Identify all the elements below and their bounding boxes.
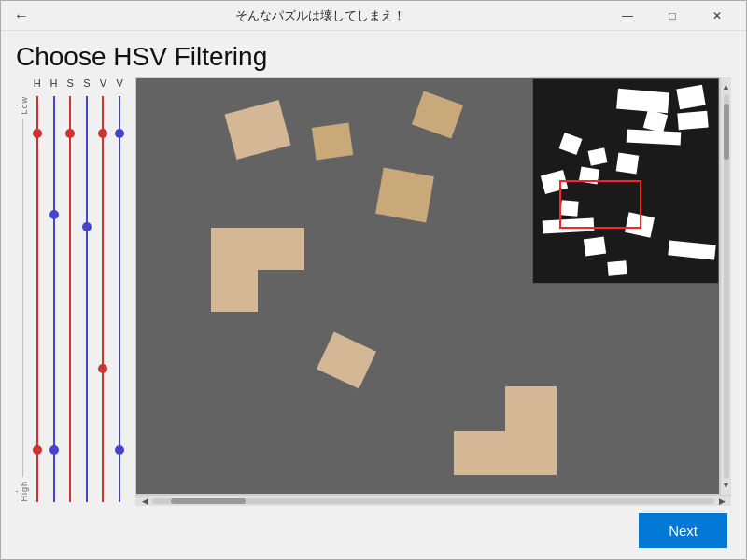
scroll-h-track[interactable] xyxy=(152,498,714,504)
titlebar: ← そんなパズルは壊してしまえ！ — □ ✕ xyxy=(1,1,746,31)
blob-2 xyxy=(676,85,705,110)
slider-v2[interactable] xyxy=(113,96,127,502)
window-title: そんなパズルは壊してしまえ！ xyxy=(35,7,606,24)
puzzle-piece-5 xyxy=(454,386,557,475)
puzzle-piece-6 xyxy=(312,122,353,160)
slider-v2-bottom-dot[interactable] xyxy=(115,445,124,455)
slider-h2[interactable] xyxy=(48,96,62,502)
slider-s2-dot[interactable] xyxy=(82,222,92,231)
high-line xyxy=(16,491,18,492)
col-label-v2: V xyxy=(111,77,128,89)
scroll-down-arrow[interactable]: ▼ xyxy=(721,478,732,493)
blob-5 xyxy=(559,133,583,155)
high-label: High xyxy=(20,481,29,502)
blob-7 xyxy=(588,147,608,165)
col-label-v1: V xyxy=(95,77,112,89)
preview-selection-rect xyxy=(559,180,641,229)
low-label: Low xyxy=(20,96,29,115)
slider-v2-top-dot[interactable] xyxy=(115,129,124,138)
col-label-h1: H xyxy=(29,77,46,89)
blob-4 xyxy=(677,111,708,131)
slider-s2[interactable] xyxy=(80,96,94,502)
sliders-container xyxy=(29,92,128,506)
slider-h1-bottom-dot[interactable] xyxy=(33,445,42,455)
slider-v1-bottom-dot[interactable] xyxy=(98,364,107,373)
puzzle-piece-2 xyxy=(412,91,463,138)
scroll-up-arrow[interactable]: ▲ xyxy=(721,79,732,94)
blob-6 xyxy=(627,129,682,145)
scroll-v-thumb[interactable] xyxy=(724,104,729,160)
image-with-scrollbar: ▲ ▼ xyxy=(135,77,731,495)
blob-16 xyxy=(607,260,627,276)
slider-s1-top-dot[interactable] xyxy=(65,129,75,138)
puzzle-piece-4 xyxy=(375,168,434,223)
horizontal-scrollbar[interactable]: ◀ ▶ xyxy=(135,495,731,506)
maximize-button[interactable]: □ xyxy=(651,2,694,30)
footer: Next xyxy=(16,506,731,552)
slider-v1[interactable] xyxy=(96,96,110,502)
minimize-button[interactable]: — xyxy=(606,2,649,30)
slider-v1-top-dot[interactable] xyxy=(98,129,107,138)
puzzle-piece-7 xyxy=(317,331,376,388)
side-labels: Low High xyxy=(16,92,29,506)
blob-8 xyxy=(616,153,640,175)
main-content: Choose HSV Filtering H H S S V V Low xyxy=(1,31,746,559)
low-line xyxy=(16,105,18,105)
puzzle-piece-1 xyxy=(225,100,291,160)
sliders-with-labels: Low High xyxy=(16,92,128,506)
scroll-h-thumb[interactable] xyxy=(171,498,246,504)
page-title: Choose HSV Filtering xyxy=(16,42,731,72)
slider-panel: H H S S V V Low High xyxy=(16,77,128,506)
content-row: H H S S V V Low High xyxy=(16,77,731,506)
back-button[interactable]: ← xyxy=(8,6,35,26)
close-button[interactable]: ✕ xyxy=(696,2,739,30)
slider-h1[interactable] xyxy=(31,96,45,502)
blob-14 xyxy=(584,237,606,257)
slider-h1-top-dot[interactable] xyxy=(33,129,42,138)
blob-15 xyxy=(668,240,715,259)
side-line xyxy=(22,119,23,478)
low-marker: Low xyxy=(16,96,29,115)
slider-h2-top-dot[interactable] xyxy=(49,210,59,219)
col-label-s2: S xyxy=(78,77,95,89)
image-area: ▲ ▼ ◀ ▶ xyxy=(135,77,731,506)
blob-1 xyxy=(616,89,669,114)
puzzle-piece-3 xyxy=(211,228,304,312)
scroll-v-track[interactable] xyxy=(724,94,729,478)
high-marker: High xyxy=(16,481,29,502)
scroll-left-arrow[interactable]: ◀ xyxy=(137,496,152,507)
main-image xyxy=(135,77,720,495)
col-label-s1: S xyxy=(62,77,78,89)
slider-column-labels: H H S S V V xyxy=(16,77,128,89)
slider-s1[interactable] xyxy=(63,96,78,502)
next-button[interactable]: Next xyxy=(639,513,727,548)
window-controls: — □ ✕ xyxy=(606,2,739,30)
scroll-right-arrow[interactable]: ▶ xyxy=(714,496,729,507)
puzzle-piece-5-cutout xyxy=(454,386,505,431)
preview-overlay xyxy=(532,78,719,284)
col-label-h2: H xyxy=(46,77,63,89)
slider-h2-bottom-dot[interactable] xyxy=(49,445,59,455)
puzzle-piece-3-cutout xyxy=(258,270,304,312)
vertical-scrollbar[interactable]: ▲ ▼ xyxy=(720,77,731,495)
